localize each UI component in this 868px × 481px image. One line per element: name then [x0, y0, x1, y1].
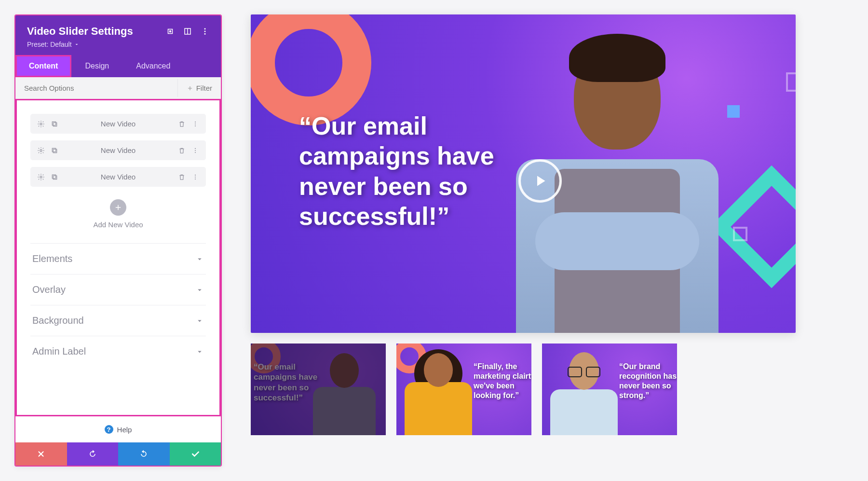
- chevron-down-icon: [195, 316, 204, 325]
- tab-advanced[interactable]: Advanced: [122, 55, 184, 77]
- preview-area: “Our email campaigns have never been so …: [251, 14, 854, 467]
- trash-icon[interactable]: [178, 147, 186, 154]
- add-video-label: Add New Video: [93, 220, 143, 229]
- svg-rect-9: [52, 122, 55, 125]
- video-item[interactable]: New Video: [30, 140, 206, 160]
- svg-point-10: [195, 121, 196, 122]
- video-list: New Video New Video: [30, 114, 206, 187]
- svg-point-19: [40, 176, 42, 178]
- more-icon[interactable]: [191, 120, 199, 128]
- more-icon[interactable]: [191, 147, 199, 154]
- filter-label: Filter: [196, 84, 212, 92]
- chevron-down-icon: [74, 41, 80, 47]
- svg-point-18: [195, 152, 196, 153]
- svg-point-7: [40, 123, 42, 125]
- redo-button[interactable]: [118, 442, 170, 466]
- svg-point-11: [195, 123, 196, 124]
- svg-point-22: [195, 174, 196, 175]
- video-item-label: New Video: [58, 173, 178, 181]
- svg-point-13: [40, 150, 42, 151]
- svg-point-6: [204, 33, 206, 35]
- main-video-slide[interactable]: “Our email campaigns have never been so …: [251, 14, 796, 333]
- thumbnail-1[interactable]: “Our email campaigns have never been so …: [251, 344, 386, 435]
- more-icon[interactable]: [191, 173, 199, 181]
- more-icon[interactable]: [201, 27, 209, 36]
- svg-point-12: [195, 125, 196, 126]
- thumbnail-3[interactable]: “Our brand recognition has never been so…: [542, 344, 677, 435]
- svg-rect-8: [53, 123, 56, 126]
- preset-selector[interactable]: Preset: Default: [27, 41, 209, 55]
- tab-content[interactable]: Content: [15, 55, 71, 77]
- video-item-label: New Video: [58, 120, 178, 128]
- duplicate-icon[interactable]: [51, 173, 58, 181]
- svg-point-16: [195, 148, 196, 149]
- section-title: Background: [32, 315, 84, 326]
- svg-point-23: [195, 176, 196, 177]
- video-item[interactable]: New Video: [30, 167, 206, 187]
- help-button[interactable]: ? Help: [15, 416, 221, 442]
- undo-icon: [88, 449, 97, 459]
- svg-rect-21: [52, 175, 55, 178]
- content-body: New Video New Video: [15, 99, 221, 416]
- svg-rect-14: [53, 149, 56, 152]
- preset-label: Preset: Default: [27, 41, 72, 48]
- decorative-square: [733, 227, 747, 241]
- chevron-down-icon: [195, 255, 204, 263]
- main-quote: “Our email campaigns have never been so …: [299, 111, 540, 232]
- section-elements[interactable]: Elements: [30, 244, 206, 275]
- gear-icon[interactable]: [37, 120, 45, 128]
- thumbnail-row: “Our email campaigns have never been so …: [251, 344, 854, 435]
- section-title: Admin Label: [32, 346, 86, 357]
- duplicate-icon[interactable]: [51, 147, 58, 154]
- search-row: Filter: [15, 77, 221, 99]
- cancel-button[interactable]: [15, 442, 67, 466]
- svg-point-5: [204, 31, 206, 32]
- svg-point-17: [195, 150, 196, 151]
- section-background[interactable]: Background: [30, 305, 206, 336]
- bottom-actions: [15, 442, 221, 466]
- filter-button[interactable]: Filter: [177, 79, 221, 97]
- svg-rect-15: [52, 148, 55, 151]
- settings-panel: Video Slider Settings Preset: Default Co…: [14, 14, 222, 467]
- thumb-quote: “Our email campaigns have never been so …: [254, 362, 331, 403]
- svg-point-4: [204, 28, 206, 29]
- undo-button[interactable]: [67, 442, 119, 466]
- section-title: Elements: [32, 253, 72, 264]
- section-overlay[interactable]: Overlay: [30, 275, 206, 305]
- decorative-ring: [251, 14, 371, 125]
- tab-bar: Content Design Advanced: [15, 55, 221, 77]
- columns-icon[interactable]: [183, 27, 192, 36]
- thumb-quote: “Finally, the marketing clairty we've be…: [474, 362, 531, 400]
- tab-design[interactable]: Design: [71, 55, 122, 77]
- accordion: Elements Overlay Background Admin Label: [30, 243, 206, 367]
- chevron-down-icon: [195, 347, 204, 356]
- thumb-quote: “Our brand recognition has never been so…: [619, 362, 677, 400]
- add-video-button[interactable]: [110, 199, 126, 216]
- expand-icon[interactable]: [166, 27, 175, 36]
- trash-icon[interactable]: [178, 120, 186, 128]
- section-admin-label[interactable]: Admin Label: [30, 336, 206, 367]
- duplicate-icon[interactable]: [51, 120, 58, 128]
- section-title: Overlay: [32, 284, 66, 295]
- panel-header: Video Slider Settings Preset: Default: [15, 15, 221, 55]
- svg-point-24: [195, 179, 196, 179]
- trash-icon[interactable]: [178, 173, 186, 181]
- gear-icon[interactable]: [37, 147, 45, 154]
- person-illustration: [402, 344, 475, 435]
- video-item[interactable]: New Video: [30, 114, 206, 134]
- redo-icon: [139, 449, 149, 459]
- close-icon: [37, 450, 45, 458]
- panel-title: Video Slider Settings: [27, 25, 133, 38]
- save-button[interactable]: [170, 442, 221, 466]
- plus-icon: [187, 85, 193, 92]
- add-video-row: Add New Video: [30, 199, 206, 229]
- person-illustration: [311, 344, 378, 435]
- play-button[interactable]: [518, 159, 562, 203]
- plus-icon: [114, 203, 122, 212]
- decorative-ring: [251, 344, 281, 373]
- search-input[interactable]: [15, 77, 177, 99]
- thumbnail-2[interactable]: “Finally, the marketing clairty we've be…: [396, 344, 531, 435]
- check-icon: [190, 449, 200, 459]
- svg-point-1: [170, 31, 171, 32]
- gear-icon[interactable]: [37, 173, 45, 181]
